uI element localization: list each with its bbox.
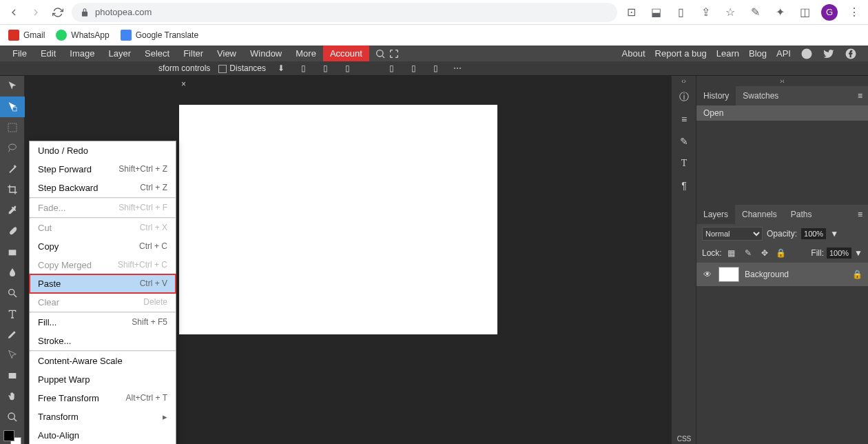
layer-thumbnail[interactable] bbox=[719, 267, 739, 282]
menu-account[interactable]: Account bbox=[323, 46, 369, 61]
character-panel-icon[interactable]: T bbox=[672, 152, 696, 174]
menu-image[interactable]: Image bbox=[63, 46, 101, 61]
bookmark-star-icon[interactable]: ☆ bbox=[722, 4, 738, 21]
collapse-right-icon[interactable]: ›‹ bbox=[780, 77, 785, 85]
edit-menu-fill-[interactable]: Fill...Shift + F5 bbox=[30, 313, 176, 332]
color-swatches[interactable] bbox=[3, 430, 21, 444]
visibility-icon[interactable]: 👁 bbox=[702, 270, 713, 279]
fill-value[interactable]: 100% bbox=[827, 248, 851, 259]
bookmark-translate[interactable]: Google Translate bbox=[121, 30, 198, 41]
edit-menu-undo-redo[interactable]: Undo / Redo bbox=[30, 141, 176, 160]
edit-menu-step-backward[interactable]: Step BackwardCtrl + Z bbox=[30, 179, 176, 197]
align-top-icon[interactable]: ▯ bbox=[384, 61, 398, 75]
canvas[interactable] bbox=[179, 105, 497, 334]
extensions-icon[interactable]: ✦ bbox=[772, 4, 788, 21]
lock-move-icon[interactable]: ✥ bbox=[758, 246, 772, 260]
marquee-tool[interactable] bbox=[0, 117, 25, 138]
tab-channels[interactable]: Channels bbox=[735, 205, 784, 224]
shape-tool[interactable] bbox=[0, 365, 25, 386]
link-about[interactable]: About bbox=[622, 48, 645, 59]
url-bar[interactable]: photopea.com bbox=[72, 3, 617, 22]
bookmark-gmail[interactable]: Gmail bbox=[8, 30, 45, 41]
lock-pixels-icon[interactable]: ▦ bbox=[725, 246, 738, 260]
lasso-tool[interactable] bbox=[0, 138, 25, 159]
hand-tool[interactable] bbox=[0, 386, 25, 407]
tab-layers[interactable]: Layers bbox=[696, 205, 735, 224]
menu-dots-icon[interactable]: ⋮ bbox=[846, 4, 862, 21]
search-icon[interactable] bbox=[373, 47, 387, 61]
align-bottom-icon[interactable]: ▯ bbox=[428, 61, 442, 75]
dodge-tool[interactable] bbox=[0, 283, 25, 303]
menu-layer[interactable]: Layer bbox=[102, 46, 138, 61]
history-item[interactable]: Open bbox=[696, 105, 868, 121]
edit-menu-transform[interactable]: Transform bbox=[30, 407, 176, 426]
menu-view[interactable]: View bbox=[210, 46, 243, 61]
clone-tool[interactable] bbox=[0, 241, 25, 262]
lock-all-icon[interactable]: 🔒 bbox=[774, 246, 788, 260]
distances-option[interactable]: Distances bbox=[218, 63, 266, 73]
edit-menu-copy[interactable]: CopyCtrl + C bbox=[30, 237, 176, 256]
history-panel-menu-icon[interactable]: ≡ bbox=[852, 91, 868, 101]
menu-window[interactable]: Window bbox=[243, 46, 289, 61]
bookmark-whatsapp[interactable]: WhatsApp bbox=[56, 30, 109, 41]
edit-menu-puppet-warp[interactable]: Puppet Warp bbox=[30, 370, 176, 389]
fill-dropdown-icon[interactable]: ▼ bbox=[854, 248, 862, 258]
artboard-tool[interactable] bbox=[0, 97, 25, 117]
twitter-icon[interactable] bbox=[823, 48, 835, 60]
move-tool[interactable] bbox=[0, 76, 25, 97]
document-tab[interactable]: × bbox=[174, 79, 193, 89]
edit-menu-content-aware-scale[interactable]: Content-Aware Scale bbox=[30, 352, 176, 370]
reload-button[interactable] bbox=[50, 4, 66, 21]
blur-tool[interactable] bbox=[0, 262, 25, 283]
pen-tool[interactable] bbox=[0, 324, 25, 345]
sidepanel-icon[interactable]: ◫ bbox=[796, 4, 813, 21]
menu-edit[interactable]: Edit bbox=[34, 46, 63, 61]
fg-color-swatch[interactable] bbox=[3, 430, 14, 441]
layer-name[interactable]: Background bbox=[745, 270, 789, 279]
link-report-bug[interactable]: Report a bug bbox=[655, 48, 707, 59]
adjustments-panel-icon[interactable]: ≡ bbox=[672, 108, 696, 130]
doc-icon[interactable]: ▯ bbox=[672, 4, 689, 21]
download-icon[interactable]: ⬓ bbox=[648, 4, 664, 21]
distribute-icon[interactable]: ⋯ bbox=[451, 61, 464, 75]
edit-menu-auto-align[interactable]: Auto-Align bbox=[30, 426, 176, 444]
menu-file[interactable]: File bbox=[6, 46, 34, 61]
link-learn[interactable]: Learn bbox=[716, 48, 739, 59]
type-tool[interactable] bbox=[0, 303, 25, 324]
align-download-icon[interactable]: ⬇ bbox=[274, 61, 288, 75]
menu-select[interactable]: Select bbox=[138, 46, 176, 61]
lock-paint-icon[interactable]: ✎ bbox=[741, 246, 755, 260]
edit-menu-paste[interactable]: PasteCtrl + V bbox=[30, 274, 176, 293]
fullscreen-icon[interactable] bbox=[387, 47, 401, 61]
layers-panel-menu-icon[interactable]: ≡ bbox=[852, 210, 868, 219]
wand-tool[interactable] bbox=[0, 159, 25, 179]
opacity-dropdown-icon[interactable]: ▼ bbox=[830, 229, 838, 239]
align-center-h-icon[interactable]: ▯ bbox=[318, 61, 332, 75]
eyedropper-ext-icon[interactable]: ✎ bbox=[747, 4, 763, 21]
edit-menu-stroke-[interactable]: Stroke... bbox=[30, 332, 176, 350]
opacity-value[interactable]: 100% bbox=[801, 228, 826, 239]
share-icon[interactable]: ⇪ bbox=[697, 4, 714, 21]
eyedropper-tool[interactable] bbox=[0, 200, 25, 221]
tab-history[interactable]: History bbox=[696, 86, 736, 105]
path-select-tool[interactable] bbox=[0, 345, 25, 365]
forward-button[interactable] bbox=[28, 4, 44, 21]
paragraph-panel-icon[interactable]: ¶ bbox=[672, 174, 696, 196]
close-tab-icon[interactable]: × bbox=[181, 79, 186, 89]
profile-avatar[interactable]: G bbox=[821, 4, 838, 21]
edit-menu-step-forward[interactable]: Step ForwardShift+Ctrl + Z bbox=[30, 160, 176, 179]
facebook-icon[interactable] bbox=[845, 48, 857, 60]
collapse-left-icon[interactable]: ‹› bbox=[681, 77, 686, 85]
zoom-tool[interactable] bbox=[0, 407, 25, 427]
edit-menu-free-transform[interactable]: Free TransformAlt+Ctrl + T bbox=[30, 389, 176, 407]
css-panel-icon[interactable]: CSS bbox=[672, 427, 696, 444]
link-blog[interactable]: Blog bbox=[749, 48, 767, 59]
tab-swatches[interactable]: Swatches bbox=[736, 86, 785, 105]
align-right-icon[interactable]: ▯ bbox=[340, 61, 354, 75]
tab-paths[interactable]: Paths bbox=[784, 205, 819, 224]
brush-panel-icon[interactable]: ✎ bbox=[672, 130, 696, 152]
align-middle-icon[interactable]: ▯ bbox=[406, 61, 420, 75]
install-icon[interactable]: ⊡ bbox=[623, 4, 639, 21]
brush-tool[interactable] bbox=[0, 221, 25, 241]
crop-tool[interactable] bbox=[0, 179, 25, 200]
